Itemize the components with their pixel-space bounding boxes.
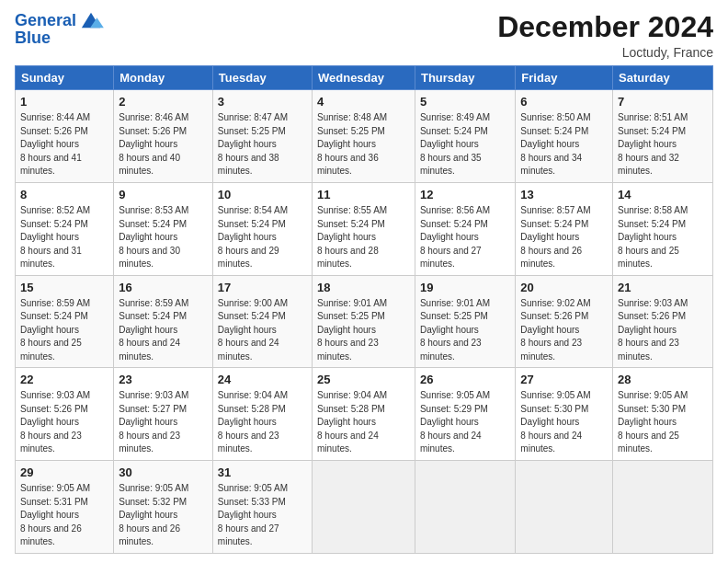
header: General Blue December 2024 Loctudy, Fran…	[15, 11, 713, 60]
calendar-cell: 18Sunrise: 9:01 AMSunset: 5:25 PMDayligh…	[312, 275, 415, 368]
day-info: Sunrise: 9:04 AMSunset: 5:28 PMDaylight …	[218, 389, 307, 456]
title-block: December 2024 Loctudy, France	[497, 11, 713, 60]
calendar-cell: 2Sunrise: 8:46 AMSunset: 5:26 PMDaylight…	[114, 90, 213, 183]
day-info: Sunrise: 8:44 AMSunset: 5:26 PMDaylight …	[20, 111, 108, 178]
page-container: General Blue December 2024 Loctudy, Fran…	[0, 0, 728, 561]
day-number: 31	[218, 465, 307, 481]
calendar-cell: 28Sunrise: 9:05 AMSunset: 5:30 PMDayligh…	[613, 368, 713, 461]
day-info: Sunrise: 8:47 AMSunset: 5:25 PMDaylight …	[218, 111, 307, 178]
day-info: Sunrise: 8:57 AMSunset: 5:24 PMDaylight …	[520, 204, 608, 271]
calendar-week-row: 15Sunrise: 8:59 AMSunset: 5:24 PMDayligh…	[16, 275, 713, 368]
calendar-cell: 15Sunrise: 8:59 AMSunset: 5:24 PMDayligh…	[16, 275, 114, 368]
day-number: 22	[20, 372, 108, 388]
day-number: 30	[119, 465, 208, 481]
calendar-cell: 21Sunrise: 9:03 AMSunset: 5:26 PMDayligh…	[613, 275, 713, 368]
calendar-week-row: 29Sunrise: 9:05 AMSunset: 5:31 PMDayligh…	[16, 460, 713, 553]
weekday-header-wednesday: Wednesday	[312, 66, 415, 90]
day-number: 10	[218, 187, 307, 203]
day-number: 19	[420, 280, 510, 296]
calendar-cell: 6Sunrise: 8:50 AMSunset: 5:24 PMDaylight…	[516, 90, 613, 183]
day-info: Sunrise: 9:05 AMSunset: 5:32 PMDaylight …	[119, 482, 208, 549]
calendar-cell: 23Sunrise: 9:03 AMSunset: 5:27 PMDayligh…	[114, 368, 213, 461]
weekday-header-saturday: Saturday	[613, 66, 713, 90]
calendar-cell	[516, 460, 613, 553]
calendar-cell	[415, 460, 515, 553]
calendar-cell: 19Sunrise: 9:01 AMSunset: 5:25 PMDayligh…	[415, 275, 515, 368]
day-number: 14	[618, 187, 708, 203]
calendar-cell: 7Sunrise: 8:51 AMSunset: 5:24 PMDaylight…	[613, 90, 713, 183]
calendar-cell: 22Sunrise: 9:03 AMSunset: 5:26 PMDayligh…	[16, 368, 114, 461]
calendar-cell: 10Sunrise: 8:54 AMSunset: 5:24 PMDayligh…	[212, 182, 312, 275]
day-number: 16	[119, 280, 208, 296]
day-number: 29	[20, 465, 108, 481]
day-number: 23	[119, 372, 208, 388]
day-number: 28	[618, 372, 708, 388]
day-info: Sunrise: 9:00 AMSunset: 5:24 PMDaylight …	[218, 297, 307, 364]
day-info: Sunrise: 8:53 AMSunset: 5:24 PMDaylight …	[119, 204, 208, 271]
day-info: Sunrise: 9:05 AMSunset: 5:30 PMDaylight …	[520, 389, 608, 456]
calendar-cell: 1Sunrise: 8:44 AMSunset: 5:26 PMDaylight…	[16, 90, 114, 183]
day-info: Sunrise: 8:59 AMSunset: 5:24 PMDaylight …	[119, 297, 208, 364]
day-info: Sunrise: 8:52 AMSunset: 5:24 PMDaylight …	[20, 204, 108, 271]
day-number: 3	[218, 94, 307, 110]
day-info: Sunrise: 8:51 AMSunset: 5:24 PMDaylight …	[618, 111, 708, 178]
day-number: 8	[20, 187, 108, 203]
day-number: 26	[420, 372, 510, 388]
weekday-header-friday: Friday	[516, 66, 613, 90]
day-info: Sunrise: 8:54 AMSunset: 5:24 PMDaylight …	[218, 204, 307, 271]
calendar-cell: 27Sunrise: 9:05 AMSunset: 5:30 PMDayligh…	[516, 368, 613, 461]
day-number: 6	[520, 94, 608, 110]
day-number: 25	[317, 372, 410, 388]
day-number: 15	[20, 280, 108, 296]
day-info: Sunrise: 9:03 AMSunset: 5:27 PMDaylight …	[119, 389, 208, 456]
day-info: Sunrise: 8:46 AMSunset: 5:26 PMDaylight …	[119, 111, 208, 178]
day-number: 1	[20, 94, 108, 110]
day-info: Sunrise: 8:49 AMSunset: 5:24 PMDaylight …	[420, 111, 510, 178]
calendar-cell: 31Sunrise: 9:05 AMSunset: 5:33 PMDayligh…	[212, 460, 312, 553]
calendar-week-row: 8Sunrise: 8:52 AMSunset: 5:24 PMDaylight…	[16, 182, 713, 275]
logo-icon	[78, 9, 104, 31]
calendar-cell: 11Sunrise: 8:55 AMSunset: 5:24 PMDayligh…	[312, 182, 415, 275]
day-info: Sunrise: 8:59 AMSunset: 5:24 PMDaylight …	[20, 297, 108, 364]
day-number: 5	[420, 94, 510, 110]
day-info: Sunrise: 9:03 AMSunset: 5:26 PMDaylight …	[20, 389, 108, 456]
calendar-cell: 4Sunrise: 8:48 AMSunset: 5:25 PMDaylight…	[312, 90, 415, 183]
calendar-cell: 8Sunrise: 8:52 AMSunset: 5:24 PMDaylight…	[16, 182, 114, 275]
weekday-header-thursday: Thursday	[415, 66, 515, 90]
calendar-cell: 29Sunrise: 9:05 AMSunset: 5:31 PMDayligh…	[16, 460, 114, 553]
weekday-header-sunday: Sunday	[16, 66, 114, 90]
day-number: 2	[119, 94, 208, 110]
day-info: Sunrise: 9:02 AMSunset: 5:26 PMDaylight …	[520, 297, 608, 364]
calendar-cell: 9Sunrise: 8:53 AMSunset: 5:24 PMDaylight…	[114, 182, 213, 275]
calendar-table: SundayMondayTuesdayWednesdayThursdayFrid…	[15, 65, 713, 553]
day-number: 13	[520, 187, 608, 203]
day-info: Sunrise: 9:04 AMSunset: 5:28 PMDaylight …	[317, 389, 410, 456]
day-info: Sunrise: 9:05 AMSunset: 5:29 PMDaylight …	[420, 389, 510, 456]
day-number: 12	[420, 187, 510, 203]
day-number: 17	[218, 280, 307, 296]
calendar-cell	[613, 460, 713, 553]
logo-text: General	[15, 12, 76, 30]
month-title: December 2024	[497, 11, 713, 43]
calendar-cell: 25Sunrise: 9:04 AMSunset: 5:28 PMDayligh…	[312, 368, 415, 461]
weekday-header-tuesday: Tuesday	[212, 66, 312, 90]
day-info: Sunrise: 9:01 AMSunset: 5:25 PMDaylight …	[420, 297, 510, 364]
calendar-cell: 26Sunrise: 9:05 AMSunset: 5:29 PMDayligh…	[415, 368, 515, 461]
day-number: 11	[317, 187, 410, 203]
calendar-week-row: 1Sunrise: 8:44 AMSunset: 5:26 PMDaylight…	[16, 90, 713, 183]
calendar-cell: 13Sunrise: 8:57 AMSunset: 5:24 PMDayligh…	[516, 182, 613, 275]
day-info: Sunrise: 9:05 AMSunset: 5:31 PMDaylight …	[20, 482, 108, 549]
day-info: Sunrise: 8:56 AMSunset: 5:24 PMDaylight …	[420, 204, 510, 271]
calendar-cell: 5Sunrise: 8:49 AMSunset: 5:24 PMDaylight…	[415, 90, 515, 183]
calendar-cell: 30Sunrise: 9:05 AMSunset: 5:32 PMDayligh…	[114, 460, 213, 553]
calendar-cell: 14Sunrise: 8:58 AMSunset: 5:24 PMDayligh…	[613, 182, 713, 275]
calendar-cell: 24Sunrise: 9:04 AMSunset: 5:28 PMDayligh…	[212, 368, 312, 461]
calendar-cell: 17Sunrise: 9:00 AMSunset: 5:24 PMDayligh…	[212, 275, 312, 368]
day-number: 20	[520, 280, 608, 296]
calendar-cell: 20Sunrise: 9:02 AMSunset: 5:26 PMDayligh…	[516, 275, 613, 368]
day-info: Sunrise: 8:55 AMSunset: 5:24 PMDaylight …	[317, 204, 410, 271]
day-number: 21	[618, 280, 708, 296]
logo: General Blue	[15, 11, 104, 48]
day-number: 4	[317, 94, 410, 110]
weekday-header-monday: Monday	[114, 66, 213, 90]
